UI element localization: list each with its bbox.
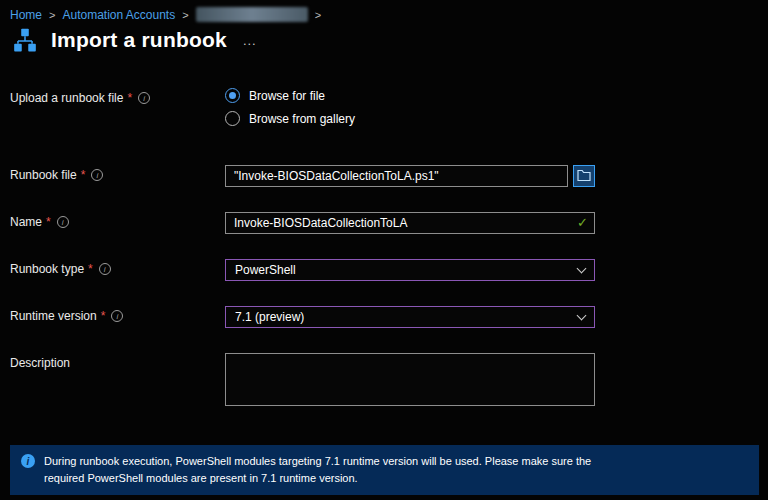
page-title: Import a runbook [51,28,227,52]
name-input[interactable] [225,212,595,234]
runbook-file-label: Runbook file * i [10,165,225,182]
field-label-text: Runtime version [10,309,97,323]
info-icon: i [21,454,35,468]
chevron-down-icon [577,310,587,320]
description-label: Description [10,353,225,370]
runtime-version-dropdown[interactable]: 7.1 (preview) [225,306,595,328]
required-marker: * [88,262,93,276]
field-label-text: Runbook type [10,262,84,276]
radio-browse-for-file[interactable]: Browse for file [225,88,595,103]
runtime-version-label: Runtime version * i [10,306,225,323]
chevron-down-icon [577,263,587,273]
breadcrumb-item-redacted[interactable] [196,7,308,22]
upload-option-group: Browse for file Browse from gallery [225,88,595,134]
radio-unselected-icon [225,111,240,126]
field-label-text: Description [10,356,70,370]
runbook-file-field [225,165,595,187]
breadcrumb: Home > Automation Accounts > > [10,7,321,22]
info-icon[interactable]: i [138,92,150,104]
file-browse-button[interactable] [573,165,595,187]
chevron-right-icon: > [182,9,188,21]
import-runbook-form: Upload a runbook file * i Browse for fil… [10,88,595,435]
runbook-file-input[interactable] [225,165,568,187]
page-header: Import a runbook ... [12,27,257,53]
runbook-type-label: Runbook type * i [10,259,225,276]
dropdown-selected-value: PowerShell [235,263,296,277]
info-icon[interactable]: i [91,169,103,181]
name-field: ✓ [225,212,595,234]
runbook-type-dropdown[interactable]: PowerShell [225,259,595,281]
radio-label: Browse from gallery [249,112,355,126]
description-row: Description [10,353,595,410]
folder-open-icon [577,169,591,184]
chevron-right-icon: > [315,9,321,21]
required-marker: * [127,91,132,105]
required-marker: * [81,168,86,182]
required-marker: * [101,309,106,323]
info-icon[interactable]: i [57,216,69,228]
breadcrumb-item-home[interactable]: Home [10,8,42,22]
upload-runbook-file-row: Upload a runbook file * i Browse for fil… [10,88,595,134]
name-label: Name * i [10,212,225,229]
dropdown-selected-value: 7.1 (preview) [235,310,304,324]
more-options-button[interactable]: ... [243,33,257,48]
required-marker: * [46,215,51,229]
upload-runbook-file-label: Upload a runbook file * i [10,88,225,105]
description-textarea[interactable] [225,353,595,406]
radio-browse-from-gallery[interactable]: Browse from gallery [225,111,595,126]
chevron-right-icon: > [49,9,55,21]
info-icon[interactable]: i [111,310,123,322]
valid-check-icon: ✓ [577,215,588,230]
info-icon[interactable]: i [99,263,111,275]
breadcrumb-item-automation-accounts[interactable]: Automation Accounts [62,8,175,22]
field-label-text: Name [10,215,42,229]
runtime-info-banner: i During runbook execution, PowerShell m… [10,445,759,495]
field-label-text: Runbook file [10,168,77,182]
runtime-version-row: Runtime version * i 7.1 (preview) [10,306,595,328]
radio-selected-icon [225,88,240,103]
runbook-file-row: Runbook file * i [10,165,595,187]
name-row: Name * i ✓ [10,212,595,234]
field-label-text: Upload a runbook file [10,91,123,105]
radio-label: Browse for file [249,89,325,103]
runbook-icon [12,27,38,53]
banner-message: During runbook execution, PowerShell mod… [44,453,619,486]
runbook-type-row: Runbook type * i PowerShell [10,259,595,281]
